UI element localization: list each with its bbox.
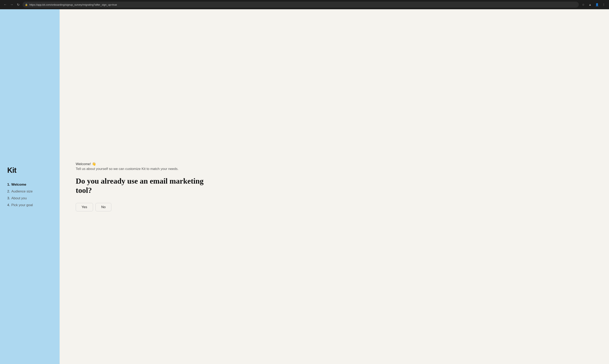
lock-icon: 🔒 — [25, 3, 28, 6]
step-num-3: 3. — [7, 196, 10, 200]
back-button[interactable]: ← — [2, 2, 8, 7]
menu-button[interactable]: ⋮ — [601, 2, 607, 7]
browser-chrome: ← → ↻ 🔒 https://app.kit.com/onboarding/s… — [0, 0, 609, 9]
step-label-audience: Audience size — [11, 189, 33, 194]
step-num-1: 1. — [7, 182, 10, 187]
step-num-4: 4. — [7, 203, 10, 207]
nav-step-welcome: 1. Welcome — [7, 182, 52, 187]
nav-step-goal: 4. Pick your goal — [7, 203, 52, 207]
yes-button[interactable]: Yes — [76, 203, 93, 211]
answer-buttons: Yes No — [76, 203, 217, 211]
sidebar: Kit 1. Welcome 2. Audience size 3. About… — [0, 9, 60, 364]
nav-steps: 1. Welcome 2. Audience size 3. About you… — [7, 182, 52, 207]
page-container: Kit 1. Welcome 2. Audience size 3. About… — [0, 9, 609, 364]
reload-button[interactable]: ↻ — [15, 2, 21, 7]
browser-nav-buttons: ← → ↻ — [2, 2, 21, 7]
step-label-welcome: Welcome — [11, 182, 26, 187]
main-content: Welcome! 👋 Tell us about yourself so we … — [60, 9, 609, 364]
logo: Kit — [7, 166, 52, 175]
bookmark-button[interactable]: ☆ — [581, 2, 586, 7]
step-label-about: About you — [11, 196, 27, 200]
welcome-greeting: Welcome! 👋 — [76, 162, 96, 166]
main-question: Do you already use an email marketing to… — [76, 177, 217, 195]
profile-button[interactable]: 👤 — [594, 2, 600, 7]
forward-button[interactable]: → — [9, 2, 14, 7]
browser-actions: ☆ ▲ 👤 ⋮ — [581, 2, 607, 7]
url-text: https://app.kit.com/onboarding/signup_su… — [29, 3, 576, 6]
address-bar[interactable]: 🔒 https://app.kit.com/onboarding/signup_… — [23, 2, 579, 8]
subtitle: Tell us about yourself so we can customi… — [76, 167, 217, 171]
logo-text: Kit — [7, 166, 16, 174]
step-label-goal: Pick your goal — [11, 203, 33, 207]
nav-step-about: 3. About you — [7, 196, 52, 200]
welcome-line: Welcome! 👋 — [76, 162, 217, 166]
step-num-2: 2. — [7, 189, 10, 194]
no-button[interactable]: No — [96, 203, 111, 211]
nav-step-audience: 2. Audience size — [7, 189, 52, 194]
extensions-button[interactable]: ▲ — [587, 2, 593, 7]
content-inner: Welcome! 👋 Tell us about yourself so we … — [76, 162, 217, 211]
